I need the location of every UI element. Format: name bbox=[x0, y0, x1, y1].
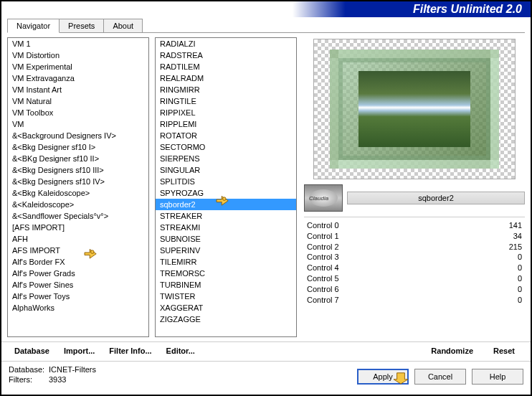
db-label: Database: bbox=[9, 364, 49, 374]
help-button[interactable]: Help bbox=[472, 369, 523, 385]
control-value: 0 bbox=[518, 263, 522, 273]
list-item[interactable]: SUBNOISE bbox=[156, 233, 296, 245]
control-value: 0 bbox=[518, 284, 522, 295]
tab-navigator[interactable]: Navigator bbox=[7, 19, 60, 33]
filters-count-value: 3933 bbox=[49, 375, 66, 384]
list-item[interactable]: SECTORMO bbox=[156, 141, 296, 153]
control-label: Control 6 bbox=[307, 284, 339, 295]
author-label: Claudia bbox=[309, 195, 328, 202]
filter-info-button[interactable]: Filter Info... bbox=[102, 344, 158, 358]
list-item[interactable]: SPYROZAG bbox=[156, 187, 296, 199]
control-value: 0 bbox=[518, 273, 522, 284]
reset-button[interactable]: Reset bbox=[483, 344, 525, 358]
control-row[interactable]: Control 40 bbox=[304, 263, 525, 273]
list-item[interactable]: Alf's Power Sines bbox=[8, 279, 148, 291]
filters-count-label: Filters: bbox=[9, 374, 49, 385]
control-label: Control 2 bbox=[307, 242, 339, 253]
app-title: Filters Unlimited 2.0 bbox=[413, 3, 522, 16]
control-row[interactable]: Control 70 bbox=[304, 295, 525, 306]
list-item[interactable]: sqborder2 bbox=[156, 199, 296, 210]
list-item[interactable]: VM Extravaganza bbox=[8, 72, 148, 84]
list-item[interactable]: TILEMIRR bbox=[156, 256, 296, 268]
list-item[interactable]: VM bbox=[8, 118, 148, 130]
list-item[interactable]: &<Background Designers IV> bbox=[8, 130, 148, 141]
apply-button[interactable]: Apply bbox=[357, 369, 409, 385]
control-value: 34 bbox=[513, 231, 522, 242]
header: Filters Unlimited 2.0 bbox=[1, 1, 531, 17]
list-item[interactable]: &<Bkg Designer sf10 I> bbox=[8, 141, 148, 153]
list-item[interactable]: TURBINEM bbox=[156, 279, 296, 291]
editor-button[interactable]: Editor... bbox=[159, 344, 202, 358]
control-row[interactable]: Control 2215 bbox=[304, 242, 525, 253]
list-item[interactable]: ROTATOR bbox=[156, 130, 296, 141]
list-item[interactable]: RADTILEM bbox=[156, 61, 296, 72]
list-item[interactable]: &<Kaleidoscope> bbox=[8, 199, 148, 210]
main: VM 1VM DistortionVM ExperimentalVM Extra… bbox=[1, 33, 531, 340]
list-item[interactable]: VM Instant Art bbox=[8, 84, 148, 95]
list-item[interactable]: STREAKMI bbox=[156, 222, 296, 233]
selected-filter-name: sqborder2 bbox=[347, 192, 525, 204]
list-item[interactable]: AFH bbox=[8, 233, 148, 245]
list-item[interactable]: &<Bkg Designers sf10 III> bbox=[8, 164, 148, 176]
list-item[interactable]: RINGTILE bbox=[156, 95, 296, 107]
cancel-button[interactable]: Cancel bbox=[414, 369, 466, 385]
tab-about[interactable]: About bbox=[103, 19, 143, 32]
toolbar: Database Import... Filter Info... Editor… bbox=[1, 341, 531, 358]
list-item[interactable]: &<BKg Designer sf10 II> bbox=[8, 153, 148, 164]
divider bbox=[304, 217, 525, 217]
action-buttons: Apply Cancel Help bbox=[357, 369, 523, 385]
filters-list[interactable]: RADIALZIRADSTREARADTILEMREALRADMRINGMIRR… bbox=[155, 37, 297, 337]
db-value: ICNET-Filters bbox=[49, 365, 96, 374]
control-row[interactable]: Control 30 bbox=[304, 252, 525, 263]
control-label: Control 4 bbox=[307, 263, 339, 273]
list-item[interactable]: VM Natural bbox=[8, 95, 148, 107]
list-item[interactable]: &<Sandflower Specials°v°> bbox=[8, 210, 148, 222]
list-item[interactable]: AFS IMPORT bbox=[8, 245, 148, 256]
list-item[interactable]: SPLITDIS bbox=[156, 176, 296, 187]
list-item[interactable]: VM Distortion bbox=[8, 50, 148, 61]
list-item[interactable]: VM Toolbox bbox=[8, 107, 148, 118]
tabs: NavigatorPresetsAbout bbox=[7, 19, 525, 33]
list-item[interactable]: RADSTREA bbox=[156, 50, 296, 61]
list-item[interactable]: VM Experimental bbox=[8, 61, 148, 72]
control-value: 215 bbox=[509, 242, 522, 253]
list-item[interactable]: SINGULAR bbox=[156, 164, 296, 176]
control-value: 0 bbox=[518, 295, 522, 306]
tab-presets[interactable]: Presets bbox=[59, 19, 104, 32]
list-item[interactable]: VM 1 bbox=[8, 38, 148, 50]
categories-list[interactable]: VM 1VM DistortionVM ExperimentalVM Extra… bbox=[7, 37, 149, 337]
selected-filter-row: Claudia sqborder2 bbox=[304, 184, 525, 212]
database-button[interactable]: Database bbox=[7, 344, 57, 358]
author-thumb: Claudia bbox=[304, 184, 343, 212]
list-item[interactable]: ZIGZAGGE bbox=[156, 314, 296, 325]
list-item[interactable]: Alf's Power Grads bbox=[8, 268, 148, 279]
controls-panel: Control 0141Control 134Control 2215Contr… bbox=[304, 220, 525, 340]
list-item[interactable]: &<Bkg Kaleidoscope> bbox=[8, 187, 148, 199]
list-item[interactable]: &<Bkg Designers sf10 IV> bbox=[8, 176, 148, 187]
list-item[interactable]: Alf's Border FX bbox=[8, 256, 148, 268]
list-item[interactable]: RIPPLEMI bbox=[156, 118, 296, 130]
list-item[interactable]: RIPPIXEL bbox=[156, 107, 296, 118]
control-label: Control 1 bbox=[307, 231, 339, 242]
list-item[interactable]: AlphaWorks bbox=[8, 302, 148, 314]
list-item[interactable]: RADIALZI bbox=[156, 38, 296, 50]
list-item[interactable]: [AFS IMPORT] bbox=[8, 222, 148, 233]
control-value: 141 bbox=[509, 220, 522, 231]
list-item[interactable]: TWISTER bbox=[156, 291, 296, 302]
control-row[interactable]: Control 50 bbox=[304, 273, 525, 284]
control-row[interactable]: Control 134 bbox=[304, 231, 525, 242]
list-item[interactable]: RINGMIRR bbox=[156, 84, 296, 95]
list-item[interactable]: SUPERINV bbox=[156, 245, 296, 256]
randomize-button[interactable]: Randomize bbox=[421, 344, 483, 358]
info-left: Database:ICNET-Filters Filters:3933 bbox=[9, 364, 96, 385]
control-row[interactable]: Control 60 bbox=[304, 284, 525, 295]
list-item[interactable]: Alf's Power Toys bbox=[8, 291, 148, 302]
list-item[interactable]: TREMORSC bbox=[156, 268, 296, 279]
list-item[interactable]: STREAKER bbox=[156, 210, 296, 222]
list-item[interactable]: SIERPENS bbox=[156, 153, 296, 164]
control-value: 0 bbox=[518, 252, 522, 263]
control-row[interactable]: Control 0141 bbox=[304, 220, 525, 231]
list-item[interactable]: XAGGERAT bbox=[156, 302, 296, 314]
import-button[interactable]: Import... bbox=[57, 344, 102, 358]
list-item[interactable]: REALRADM bbox=[156, 72, 296, 84]
